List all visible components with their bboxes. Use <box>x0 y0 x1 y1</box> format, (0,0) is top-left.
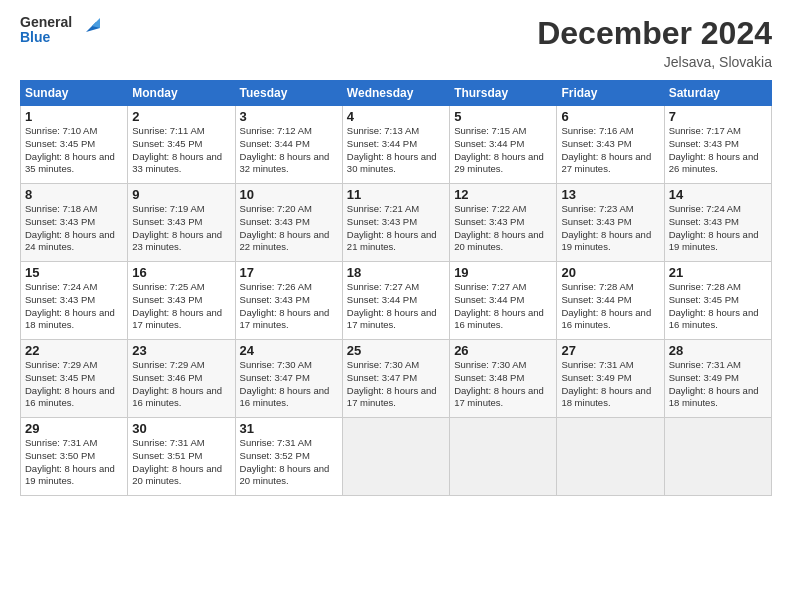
calendar-row: 22 Sunrise: 7:29 AMSunset: 3:45 PMDaylig… <box>21 340 772 418</box>
day-number: 27 <box>561 343 659 358</box>
table-row: 8 Sunrise: 7:18 AMSunset: 3:43 PMDayligh… <box>21 184 128 262</box>
day-detail: Sunrise: 7:31 AMSunset: 3:49 PMDaylight:… <box>561 359 659 410</box>
table-row: 12 Sunrise: 7:22 AMSunset: 3:43 PMDaylig… <box>450 184 557 262</box>
table-row: 15 Sunrise: 7:24 AMSunset: 3:43 PMDaylig… <box>21 262 128 340</box>
calendar-table: Sunday Monday Tuesday Wednesday Thursday… <box>20 80 772 496</box>
table-row: 25 Sunrise: 7:30 AMSunset: 3:47 PMDaylig… <box>342 340 449 418</box>
table-row: 10 Sunrise: 7:20 AMSunset: 3:43 PMDaylig… <box>235 184 342 262</box>
table-row: 19 Sunrise: 7:27 AMSunset: 3:44 PMDaylig… <box>450 262 557 340</box>
day-number: 13 <box>561 187 659 202</box>
table-row: 7 Sunrise: 7:17 AMSunset: 3:43 PMDayligh… <box>664 106 771 184</box>
day-detail: Sunrise: 7:16 AMSunset: 3:43 PMDaylight:… <box>561 125 659 176</box>
calendar-row: 15 Sunrise: 7:24 AMSunset: 3:43 PMDaylig… <box>21 262 772 340</box>
table-row: 26 Sunrise: 7:30 AMSunset: 3:48 PMDaylig… <box>450 340 557 418</box>
col-saturday: Saturday <box>664 81 771 106</box>
col-friday: Friday <box>557 81 664 106</box>
day-detail: Sunrise: 7:30 AMSunset: 3:48 PMDaylight:… <box>454 359 552 410</box>
logo: General Blue <box>20 15 100 46</box>
table-row: 31 Sunrise: 7:31 AMSunset: 3:52 PMDaylig… <box>235 418 342 496</box>
table-row: 18 Sunrise: 7:27 AMSunset: 3:44 PMDaylig… <box>342 262 449 340</box>
col-thursday: Thursday <box>450 81 557 106</box>
day-number: 1 <box>25 109 123 124</box>
day-number: 29 <box>25 421 123 436</box>
table-row: 17 Sunrise: 7:26 AMSunset: 3:43 PMDaylig… <box>235 262 342 340</box>
table-row <box>557 418 664 496</box>
table-row: 23 Sunrise: 7:29 AMSunset: 3:46 PMDaylig… <box>128 340 235 418</box>
table-row: 14 Sunrise: 7:24 AMSunset: 3:43 PMDaylig… <box>664 184 771 262</box>
table-row: 11 Sunrise: 7:21 AMSunset: 3:43 PMDaylig… <box>342 184 449 262</box>
day-number: 26 <box>454 343 552 358</box>
table-row: 3 Sunrise: 7:12 AMSunset: 3:44 PMDayligh… <box>235 106 342 184</box>
day-detail: Sunrise: 7:21 AMSunset: 3:43 PMDaylight:… <box>347 203 445 254</box>
day-number: 24 <box>240 343 338 358</box>
day-number: 17 <box>240 265 338 280</box>
table-row: 2 Sunrise: 7:11 AMSunset: 3:45 PMDayligh… <box>128 106 235 184</box>
day-number: 11 <box>347 187 445 202</box>
day-number: 21 <box>669 265 767 280</box>
table-row <box>664 418 771 496</box>
day-detail: Sunrise: 7:24 AMSunset: 3:43 PMDaylight:… <box>25 281 123 332</box>
day-detail: Sunrise: 7:29 AMSunset: 3:45 PMDaylight:… <box>25 359 123 410</box>
day-number: 30 <box>132 421 230 436</box>
location: Jelsava, Slovakia <box>537 54 772 70</box>
table-row: 6 Sunrise: 7:16 AMSunset: 3:43 PMDayligh… <box>557 106 664 184</box>
day-number: 23 <box>132 343 230 358</box>
day-number: 25 <box>347 343 445 358</box>
day-number: 9 <box>132 187 230 202</box>
day-number: 31 <box>240 421 338 436</box>
table-row: 9 Sunrise: 7:19 AMSunset: 3:43 PMDayligh… <box>128 184 235 262</box>
day-number: 8 <box>25 187 123 202</box>
calendar-row: 1 Sunrise: 7:10 AMSunset: 3:45 PMDayligh… <box>21 106 772 184</box>
day-detail: Sunrise: 7:31 AMSunset: 3:52 PMDaylight:… <box>240 437 338 488</box>
table-row: 20 Sunrise: 7:28 AMSunset: 3:44 PMDaylig… <box>557 262 664 340</box>
day-detail: Sunrise: 7:25 AMSunset: 3:43 PMDaylight:… <box>132 281 230 332</box>
day-detail: Sunrise: 7:30 AMSunset: 3:47 PMDaylight:… <box>240 359 338 410</box>
day-detail: Sunrise: 7:17 AMSunset: 3:43 PMDaylight:… <box>669 125 767 176</box>
day-detail: Sunrise: 7:28 AMSunset: 3:44 PMDaylight:… <box>561 281 659 332</box>
calendar-row: 8 Sunrise: 7:18 AMSunset: 3:43 PMDayligh… <box>21 184 772 262</box>
header: General Blue December 2024 Jelsava, Slov… <box>20 15 772 70</box>
page: General Blue December 2024 Jelsava, Slov… <box>0 0 792 612</box>
day-number: 10 <box>240 187 338 202</box>
day-number: 16 <box>132 265 230 280</box>
day-number: 2 <box>132 109 230 124</box>
day-number: 19 <box>454 265 552 280</box>
day-number: 28 <box>669 343 767 358</box>
col-wednesday: Wednesday <box>342 81 449 106</box>
table-row: 21 Sunrise: 7:28 AMSunset: 3:45 PMDaylig… <box>664 262 771 340</box>
day-detail: Sunrise: 7:27 AMSunset: 3:44 PMDaylight:… <box>347 281 445 332</box>
day-number: 12 <box>454 187 552 202</box>
day-number: 15 <box>25 265 123 280</box>
title-block: December 2024 Jelsava, Slovakia <box>537 15 772 70</box>
day-number: 14 <box>669 187 767 202</box>
day-detail: Sunrise: 7:27 AMSunset: 3:44 PMDaylight:… <box>454 281 552 332</box>
day-detail: Sunrise: 7:31 AMSunset: 3:50 PMDaylight:… <box>25 437 123 488</box>
month-title: December 2024 <box>537 15 772 52</box>
day-detail: Sunrise: 7:29 AMSunset: 3:46 PMDaylight:… <box>132 359 230 410</box>
table-row: 22 Sunrise: 7:29 AMSunset: 3:45 PMDaylig… <box>21 340 128 418</box>
table-row: 4 Sunrise: 7:13 AMSunset: 3:44 PMDayligh… <box>342 106 449 184</box>
day-detail: Sunrise: 7:10 AMSunset: 3:45 PMDaylight:… <box>25 125 123 176</box>
day-number: 3 <box>240 109 338 124</box>
header-row: Sunday Monday Tuesday Wednesday Thursday… <box>21 81 772 106</box>
table-row: 5 Sunrise: 7:15 AMSunset: 3:44 PMDayligh… <box>450 106 557 184</box>
day-detail: Sunrise: 7:23 AMSunset: 3:43 PMDaylight:… <box>561 203 659 254</box>
day-detail: Sunrise: 7:31 AMSunset: 3:51 PMDaylight:… <box>132 437 230 488</box>
calendar-row: 29 Sunrise: 7:31 AMSunset: 3:50 PMDaylig… <box>21 418 772 496</box>
day-detail: Sunrise: 7:11 AMSunset: 3:45 PMDaylight:… <box>132 125 230 176</box>
table-row: 28 Sunrise: 7:31 AMSunset: 3:49 PMDaylig… <box>664 340 771 418</box>
col-tuesday: Tuesday <box>235 81 342 106</box>
day-detail: Sunrise: 7:31 AMSunset: 3:49 PMDaylight:… <box>669 359 767 410</box>
table-row: 1 Sunrise: 7:10 AMSunset: 3:45 PMDayligh… <box>21 106 128 184</box>
day-number: 4 <box>347 109 445 124</box>
table-row: 27 Sunrise: 7:31 AMSunset: 3:49 PMDaylig… <box>557 340 664 418</box>
day-detail: Sunrise: 7:13 AMSunset: 3:44 PMDaylight:… <box>347 125 445 176</box>
day-detail: Sunrise: 7:30 AMSunset: 3:47 PMDaylight:… <box>347 359 445 410</box>
col-sunday: Sunday <box>21 81 128 106</box>
day-number: 5 <box>454 109 552 124</box>
day-detail: Sunrise: 7:28 AMSunset: 3:45 PMDaylight:… <box>669 281 767 332</box>
day-detail: Sunrise: 7:19 AMSunset: 3:43 PMDaylight:… <box>132 203 230 254</box>
day-detail: Sunrise: 7:24 AMSunset: 3:43 PMDaylight:… <box>669 203 767 254</box>
day-detail: Sunrise: 7:20 AMSunset: 3:43 PMDaylight:… <box>240 203 338 254</box>
table-row: 29 Sunrise: 7:31 AMSunset: 3:50 PMDaylig… <box>21 418 128 496</box>
